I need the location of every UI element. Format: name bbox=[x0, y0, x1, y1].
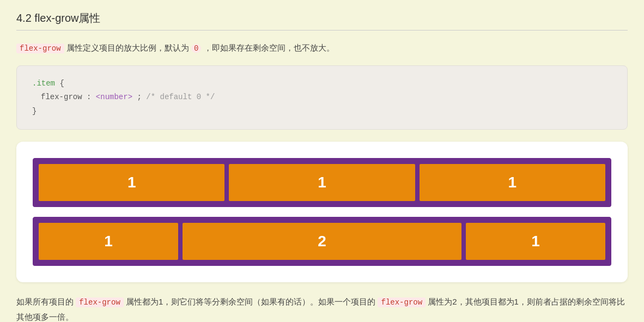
footer-code-2: flex-grow bbox=[378, 297, 426, 307]
default-value: 0 bbox=[191, 44, 201, 53]
code-selector: .item bbox=[32, 79, 55, 88]
code-line-close: } bbox=[32, 105, 612, 118]
intro-paragraph: flex-grow 属性定义项目的放大比例，默认为 0 ，即如果存在剩余空间，也… bbox=[16, 40, 628, 56]
flex-item-r1-1: 1 bbox=[39, 164, 224, 201]
flex-row-2: 1 2 1 bbox=[33, 217, 611, 266]
section-title: 4.2 flex-grow属性 bbox=[16, 11, 628, 31]
code-colon: : bbox=[87, 93, 96, 101]
flex-grow-inline-code: flex-grow bbox=[16, 44, 64, 53]
code-semicolon: ; bbox=[137, 93, 146, 101]
desc-before: 属性定义项目的放大比例，默认为 bbox=[66, 43, 189, 52]
code-open-brace: { bbox=[59, 79, 64, 88]
code-line-selector: .item { bbox=[32, 77, 612, 90]
flex-row-1: 1 1 1 bbox=[33, 158, 611, 207]
footer-paragraph: 如果所有项目的 flex-grow 属性都为1，则它们将等分剩余空间（如果有的话… bbox=[16, 294, 628, 322]
code-close-brace: } bbox=[32, 107, 37, 116]
code-comment: /* default 0 */ bbox=[146, 93, 215, 101]
flex-item-r2-2: 2 bbox=[183, 223, 461, 260]
code-value: <number> bbox=[96, 93, 132, 101]
footer-text-1: 如果所有项目的 bbox=[16, 297, 74, 306]
footer-code-1: flex-grow bbox=[76, 297, 124, 307]
flex-item-r2-3: 1 bbox=[466, 223, 605, 260]
code-line-property: flex-grow : <number> ; /* default 0 */ bbox=[32, 90, 612, 104]
flex-item-r1-2: 1 bbox=[229, 164, 415, 201]
demo-box: 1 1 1 1 2 1 bbox=[16, 142, 628, 282]
code-property: flex-grow bbox=[41, 93, 82, 101]
footer-text-2: 属性都为1，则它们将等分剩余空间（如果有的话）。如果一个项目的 bbox=[126, 297, 375, 306]
code-block: .item { flex-grow : <number> ; /* defaul… bbox=[16, 65, 628, 130]
flex-item-r2-1: 1 bbox=[39, 223, 178, 260]
flex-item-r1-3: 1 bbox=[420, 164, 605, 201]
desc-after: ，即如果存在剩余空间，也不放大。 bbox=[204, 43, 335, 52]
